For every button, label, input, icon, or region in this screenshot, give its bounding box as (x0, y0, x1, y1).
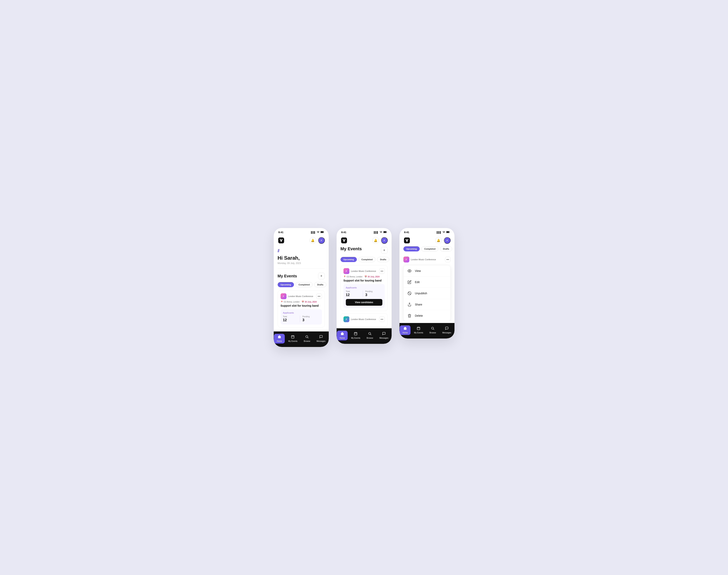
event-card-header-2: // London Music Conference ••• (343, 268, 385, 274)
nav-home-2[interactable]: Home (337, 331, 348, 340)
home-icon-3 (403, 327, 407, 331)
more-btn-2[interactable]: ••• (379, 268, 385, 274)
nav-messages-3[interactable]: Messages (440, 325, 454, 335)
dropdown-edit[interactable]: Edit (404, 277, 450, 288)
calendar-icon-1: 📅 (302, 301, 304, 303)
dropdown-view[interactable]: View (404, 265, 450, 277)
event-date-1: 📅 30 July, 2024 (302, 301, 317, 303)
nav-messages-1[interactable]: Messages (314, 334, 328, 343)
svg-rect-11 (341, 237, 347, 243)
avatar-btn-3[interactable]: // (444, 237, 450, 244)
avatar-btn-1[interactable]: // (318, 237, 325, 244)
battery-icon-3 (446, 231, 450, 234)
nav-browse-3[interactable]: Browse (427, 325, 439, 335)
notification-bell-2[interactable]: 🔔 (372, 237, 379, 244)
svg-line-30 (433, 329, 434, 330)
event-logo-partial: // (343, 316, 349, 322)
stat-pending-1: Pending 3 (300, 315, 320, 322)
stat-total-2: Total 12 (346, 290, 363, 297)
header-actions-2: 🔔 // (372, 237, 388, 244)
dropdown-delete[interactable]: Delete (404, 310, 450, 321)
calendar-icon-2: 📅 (364, 276, 367, 278)
svg-line-8 (308, 337, 308, 338)
nav-messages-2[interactable]: Messages (377, 331, 391, 340)
more-btn-1[interactable]: ••• (316, 294, 322, 299)
event-logo-2: // (343, 268, 349, 274)
event-card-header-1: // London Music Conference ••• (281, 293, 322, 299)
status-bar-2: 9:41 ▌▌▌ (337, 228, 392, 235)
stat-total-1: Total 12 (283, 315, 300, 322)
svg-point-29 (432, 327, 434, 329)
tab-completed-1[interactable]: Completed (295, 282, 313, 287)
svg-line-17 (371, 334, 371, 335)
logo-1 (278, 237, 285, 244)
screens-container: 9:41 ▌▌▌ 🔔 // (274, 228, 454, 347)
view-label: View (415, 269, 421, 272)
location-icon-2: 📍 (343, 276, 346, 278)
bottom-nav-1: Home My Events Browse Messages (274, 332, 329, 347)
greeting-date: Monday, 09 July, 2023 (278, 262, 325, 265)
nav-home-1[interactable]: Home (274, 334, 285, 343)
notification-bell-1[interactable]: 🔔 (310, 237, 316, 244)
dropdown-share[interactable]: Share (404, 299, 450, 310)
status-bar-1: 9:41 ▌▌▌ (274, 228, 329, 235)
applicants-label-1: Applicants (283, 312, 320, 314)
view-icon (407, 268, 412, 274)
nav-home-3[interactable]: Home (400, 325, 410, 335)
header-actions-3: 🔔 // (435, 237, 450, 244)
logo-2 (340, 237, 348, 244)
event-logo-3: // (403, 257, 409, 263)
status-icons-2: ▌▌▌ (374, 231, 387, 234)
applicants-box-1: Applicants Total 12 Pending 3 (281, 309, 322, 325)
dropdown-unpublish[interactable]: Unpublish (404, 288, 450, 299)
add-event-btn-2[interactable]: + (381, 247, 388, 253)
my-events-title-1: My Events (278, 274, 297, 278)
tab-drafts-3[interactable]: Drafts (440, 246, 452, 251)
total-value-2: 12 (346, 293, 363, 297)
status-icons-3: ▌▌▌ (437, 231, 449, 234)
notification-bell-3[interactable]: 🔔 (435, 237, 442, 244)
add-event-btn-1[interactable]: + (318, 273, 325, 279)
event-date-2: 📅 30 July, 2024 (364, 276, 379, 278)
tab-upcoming-3[interactable]: Upcoming (403, 246, 420, 251)
nav-browse-2[interactable]: Browse (364, 331, 376, 340)
my-events-title-2: My Events (340, 246, 362, 251)
status-bar-3: 9:41 ▌▌▌ (399, 228, 454, 235)
nav-myevents-1[interactable]: My Events (286, 334, 300, 343)
nav-myevents-3[interactable]: My Events (411, 325, 426, 335)
event-meta-2: 📍 O2 Arena, London 📅 30 July, 2024 (343, 276, 385, 278)
share-label: Share (415, 303, 422, 306)
applicants-stats-2: Total 12 Pending 3 (346, 290, 383, 297)
nav-myevents-2[interactable]: My Events (349, 331, 363, 340)
svg-rect-12 (355, 332, 357, 335)
nav-browse-1[interactable]: Browse (301, 334, 313, 343)
tab-upcoming-1[interactable]: Upcoming (278, 282, 294, 287)
svg-rect-1 (321, 232, 323, 233)
app-header-3: 🔔 // (399, 235, 454, 246)
home-icon-2 (340, 332, 344, 336)
svg-point-21 (409, 270, 410, 271)
wifi-icon-3 (442, 231, 445, 234)
view-candidates-btn[interactable]: View candidates (346, 299, 383, 306)
tab-completed-2[interactable]: Completed (358, 257, 375, 262)
status-time-3: 9:41 (404, 231, 409, 234)
tab-drafts-1[interactable]: Drafts (314, 282, 326, 287)
wifi-icon-2 (379, 231, 383, 234)
app-header-1: 🔔 // (274, 235, 329, 246)
phone-content-1: // Hi Sarah, Monday, 09 July, 2023 My Ev… (274, 246, 329, 330)
tab-drafts-2[interactable]: Drafts (377, 257, 389, 262)
event-org-name-2: London Music Conference (351, 270, 376, 272)
battery-icon-2 (384, 231, 387, 234)
event-card-2: // London Music Conference ••• 📍 O2 Aren… (340, 265, 388, 311)
more-btn-3[interactable]: ••• (445, 257, 450, 262)
event-meta-1: 📍 O2 Arena, London 📅 30 July, 2024 (281, 301, 322, 303)
event-org-name-partial: London Music Conference (351, 318, 376, 320)
tab-upcoming-2[interactable]: Upcoming (340, 257, 357, 262)
avatar-btn-2[interactable]: // (381, 237, 388, 244)
event-org-name-1: London Music Conference (288, 295, 313, 297)
browse-icon-2 (368, 332, 371, 336)
filter-tabs-1: Upcoming Completed Drafts (278, 282, 325, 287)
phone-screen-2: 9:41 ▌▌▌ 🔔 // (337, 228, 392, 344)
more-btn-partial[interactable]: ••• (379, 316, 385, 322)
tab-completed-3[interactable]: Completed (421, 246, 438, 251)
